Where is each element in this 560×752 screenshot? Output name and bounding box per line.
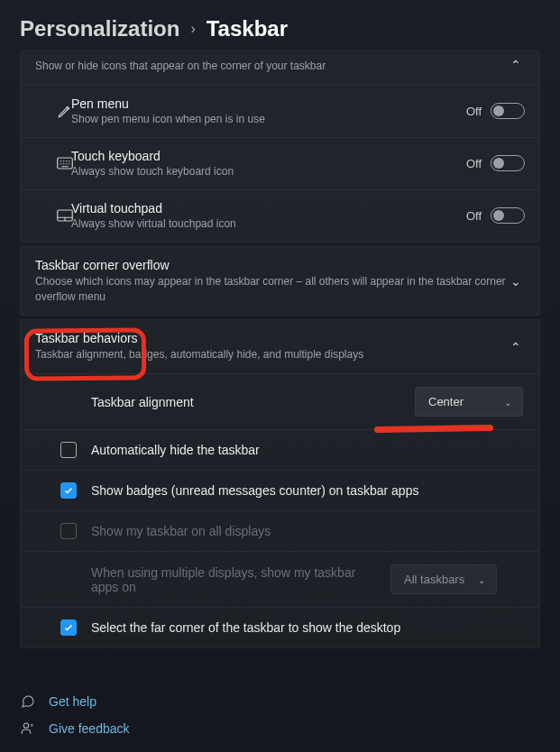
chevron-right-icon: › xyxy=(190,21,195,37)
chevron-up-icon: ⌃ xyxy=(507,58,525,72)
auto-hide-label: Automatically hide the taskbar xyxy=(91,443,523,457)
behaviors-sub: Taskbar alignment, badges, automatically… xyxy=(35,347,507,362)
corner-icons-header[interactable]: Show or hide icons that appear on the co… xyxy=(21,51,539,85)
row-pen-menu: Pen menu Show pen menu icon when pen is … xyxy=(21,85,539,137)
badges-label: Show badges (unread messages counter) on… xyxy=(91,483,523,498)
pen-toggle-state: Off xyxy=(466,105,482,118)
touch-keyboard-title: Touch keyboard xyxy=(71,149,454,163)
get-help-link[interactable]: Get help xyxy=(20,694,130,709)
row-virtual-touchpad: Virtual touchpad Always show virtual tou… xyxy=(21,189,539,242)
corner-icons-subtitle: Show or hide icons that appear on the co… xyxy=(35,59,507,74)
multi-value: All taskbars xyxy=(404,573,464,586)
all-displays-label: Show my taskbar on all displays xyxy=(91,524,523,538)
row-auto-hide[interactable]: Automatically hide the taskbar xyxy=(21,429,539,470)
alignment-label: Taskbar alignment xyxy=(91,395,404,409)
far-corner-checkbox[interactable] xyxy=(60,619,77,636)
feedback-icon xyxy=(20,721,36,736)
get-help-label: Get help xyxy=(49,694,96,709)
give-feedback-label: Give feedback xyxy=(49,721,130,736)
row-show-badges[interactable]: Show badges (unread messages counter) on… xyxy=(21,470,539,510)
auto-hide-checkbox[interactable] xyxy=(60,442,77,458)
section-taskbar-behaviors: Taskbar behaviors Taskbar alignment, bad… xyxy=(20,319,540,648)
pen-menu-title: Pen menu xyxy=(71,96,454,111)
multi-select: All taskbars ⌄ xyxy=(390,564,497,594)
corner-overflow-header[interactable]: Taskbar corner overflow Choose which ico… xyxy=(21,247,539,316)
badges-checkbox[interactable] xyxy=(60,482,77,499)
touch-keyboard-sub: Always show touch keyboard icon xyxy=(71,165,454,178)
touch-keyboard-toggle[interactable] xyxy=(491,155,525,171)
pen-icon xyxy=(55,103,75,119)
virtual-touchpad-sub: Always show virtual touchpad icon xyxy=(71,217,454,230)
section-corner-overflow[interactable]: Taskbar corner overflow Choose which ico… xyxy=(20,246,540,316)
behaviors-title: Taskbar behaviors xyxy=(35,331,507,345)
pen-menu-toggle[interactable] xyxy=(491,103,525,119)
row-multi-display-apps: When using multiple displays, show my ta… xyxy=(21,551,539,607)
virtual-touchpad-toggle[interactable] xyxy=(491,207,525,224)
keyboard-icon xyxy=(55,157,75,170)
chevron-down-icon: ⌄ xyxy=(478,574,485,584)
overflow-sub: Choose which icons may appear in the tas… xyxy=(35,274,507,305)
row-taskbar-alignment: Taskbar alignment Center ⌄ xyxy=(21,373,539,429)
row-all-displays: Show my taskbar on all displays xyxy=(21,510,539,551)
help-icon xyxy=(20,694,36,709)
svg-point-2 xyxy=(23,723,28,728)
touchpad-icon xyxy=(55,209,75,222)
chevron-down-icon: ⌄ xyxy=(507,274,525,289)
section-corner-icons: Show or hide icons that appear on the co… xyxy=(20,50,540,243)
alignment-value: Center xyxy=(428,395,464,408)
touch-toggle-state: Off xyxy=(466,157,482,170)
pen-menu-sub: Show pen menu icon when pen is in use xyxy=(71,113,454,125)
far-corner-label: Select the far corner of the taskbar to … xyxy=(91,620,523,635)
overflow-title: Taskbar corner overflow xyxy=(35,258,507,272)
row-far-corner[interactable]: Select the far corner of the taskbar to … xyxy=(21,607,539,647)
chevron-down-icon: ⌄ xyxy=(504,397,511,407)
chevron-up-icon: ⌃ xyxy=(507,340,525,354)
breadcrumb: Personalization › Taskbar xyxy=(0,0,560,50)
behaviors-header[interactable]: Taskbar behaviors Taskbar alignment, bad… xyxy=(21,320,539,373)
touchpad-toggle-state: Off xyxy=(466,209,482,223)
give-feedback-link[interactable]: Give feedback xyxy=(20,721,130,736)
row-touch-keyboard: Touch keyboard Always show touch keyboar… xyxy=(21,137,539,189)
multi-label: When using multiple displays, show my ta… xyxy=(91,565,380,594)
breadcrumb-current: Taskbar xyxy=(207,16,288,41)
alignment-select[interactable]: Center ⌄ xyxy=(415,387,523,417)
all-displays-checkbox xyxy=(60,523,77,539)
virtual-touchpad-title: Virtual touchpad xyxy=(71,201,454,216)
footer-links: Get help Give feedback xyxy=(20,694,130,736)
breadcrumb-parent[interactable]: Personalization xyxy=(20,16,179,41)
